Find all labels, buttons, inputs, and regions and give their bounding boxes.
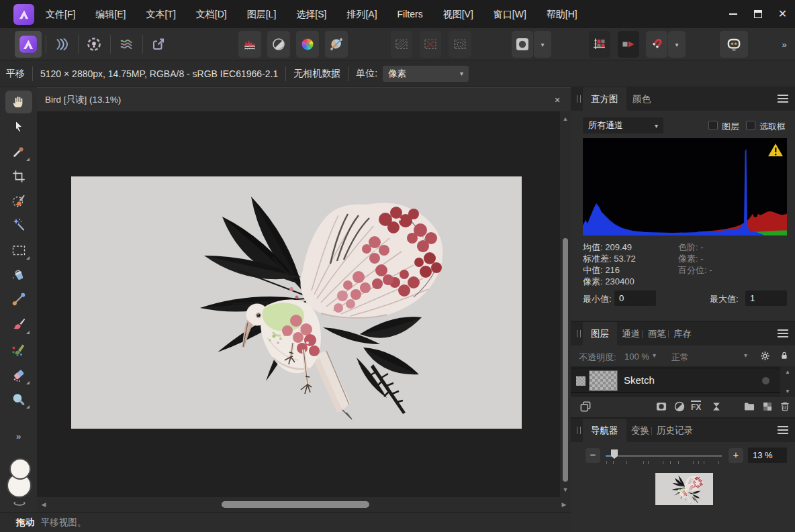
layers-scrollbar[interactable]: ▲ ▼	[780, 366, 795, 397]
panel-drag-handle[interactable]	[577, 95, 581, 103]
max-input[interactable]: 1	[745, 290, 787, 306]
quick-mask-dropdown[interactable]: ▾	[534, 31, 551, 58]
group-layers-icon[interactable]	[743, 400, 756, 413]
canvas-viewport[interactable]	[37, 111, 571, 497]
menu-select[interactable]: 选择[S]	[286, 0, 336, 28]
export-persona-icon[interactable]	[146, 31, 171, 58]
panel-menu-icon[interactable]	[778, 95, 788, 105]
layer-thumbnail[interactable]	[589, 370, 618, 391]
auto-levels-icon[interactable]	[238, 31, 261, 58]
maximize-button[interactable]	[745, 0, 770, 28]
auto-contrast-icon[interactable]	[267, 31, 290, 58]
paint-brush-tool[interactable]	[5, 313, 32, 336]
unit-select[interactable]: 像素 ▾	[383, 66, 469, 82]
chevron-down-icon[interactable]: ▾	[744, 352, 747, 359]
blend-mode-value[interactable]: 正常	[671, 352, 689, 364]
panel-drag-handle[interactable]	[577, 427, 581, 434]
tab-color[interactable]: 颜色	[624, 87, 659, 111]
blend-options-gear-icon[interactable]	[759, 350, 771, 362]
zoom-out-button[interactable]: −	[586, 448, 600, 463]
move-tool[interactable]	[5, 115, 32, 138]
menu-view[interactable]: 视图[V]	[433, 0, 483, 28]
deselect-icon[interactable]	[420, 31, 441, 58]
tab-close-icon[interactable]: ×	[549, 88, 565, 112]
develop-persona-icon[interactable]	[82, 31, 106, 58]
menu-window[interactable]: 窗口[W]	[483, 0, 536, 28]
scroll-down-icon[interactable]: ▼	[782, 388, 793, 394]
color-replacement-brush-tool[interactable]	[5, 338, 32, 361]
vertical-scrollbar[interactable]: ▲ ▼	[560, 111, 571, 497]
mask-layer-icon[interactable]	[655, 400, 668, 413]
channel-select[interactable]: 所有通道 ▾	[583, 117, 663, 134]
scroll-up-icon[interactable]: ▲	[782, 369, 793, 375]
blur-tool[interactable]	[5, 388, 32, 411]
panel-drag-handle[interactable]	[577, 330, 581, 337]
gradient-tool[interactable]	[5, 288, 32, 311]
layer-effects-icon[interactable]	[710, 401, 722, 413]
auto-colors-icon[interactable]	[296, 31, 319, 58]
min-input[interactable]: 0	[614, 290, 656, 306]
layer-visibility-toggle[interactable]	[762, 377, 769, 384]
crop-tool[interactable]	[5, 165, 32, 188]
pan-tool[interactable]	[5, 91, 32, 113]
toggle-grid-icon[interactable]	[589, 31, 610, 58]
live-filter-icon[interactable]: FX	[691, 401, 701, 412]
flood-select-tool[interactable]	[5, 213, 32, 236]
blend-ranges-icon[interactable]	[579, 400, 592, 413]
tab-layers[interactable]: 图层	[583, 322, 617, 345]
move-by-whole-pixels-icon[interactable]	[618, 31, 639, 58]
scroll-up-icon[interactable]: ▲	[560, 115, 571, 122]
menu-layer[interactable]: 图层[L]	[237, 0, 287, 28]
more-tools-icon[interactable]: »	[0, 431, 37, 441]
scroll-left-icon[interactable]: ◀	[38, 501, 49, 508]
menu-arrange[interactable]: 排列[A]	[336, 0, 387, 28]
menu-edit[interactable]: 编辑[E]	[85, 0, 136, 28]
toolbar-overflow-icon[interactable]: »	[778, 31, 791, 58]
select-all-icon[interactable]	[391, 31, 412, 58]
zoom-in-button[interactable]: +	[729, 448, 743, 463]
snapping-icon[interactable]	[646, 31, 667, 58]
snapping-dropdown[interactable]: ▾	[668, 31, 686, 58]
tab-history[interactable]: 历史记录	[649, 419, 701, 442]
marquee-checkbox[interactable]	[746, 121, 755, 130]
navigator-thumbnail[interactable]	[655, 473, 713, 505]
tone-mapping-persona-icon[interactable]	[114, 31, 138, 58]
menu-file[interactable]: 文件[F]	[36, 0, 85, 28]
tab-histogram[interactable]: 直方图	[583, 87, 626, 111]
quick-mask-icon[interactable]	[512, 31, 533, 58]
foreground-color-swatch[interactable]	[9, 458, 31, 480]
flood-fill-tool[interactable]	[5, 263, 32, 286]
minimize-button[interactable]	[720, 0, 745, 28]
vertical-scroll-thumb[interactable]	[563, 238, 568, 482]
horizontal-scroll-thumb[interactable]	[222, 501, 369, 508]
horizontal-scrollbar[interactable]: ◀ ▶	[37, 497, 571, 512]
chevron-down-icon[interactable]: ▾	[653, 352, 656, 359]
app-logo-icon[interactable]	[13, 4, 34, 25]
invert-selection-icon[interactable]	[449, 31, 471, 58]
panel-menu-icon[interactable]	[778, 426, 788, 436]
zoom-value-input[interactable]: 13 %	[748, 447, 787, 463]
new-layer-icon[interactable]	[761, 401, 774, 413]
scroll-right-icon[interactable]: ▶	[559, 501, 569, 508]
selection-brush-tool[interactable]	[5, 189, 32, 212]
delete-layer-icon[interactable]	[779, 401, 791, 413]
liquify-persona-icon[interactable]	[50, 31, 74, 58]
layer-name[interactable]: Sketch	[624, 374, 655, 386]
photo-persona-icon[interactable]	[15, 31, 42, 58]
assistant-icon[interactable]	[720, 31, 748, 58]
document-tab[interactable]: Bird [只读] (13.1%)	[45, 88, 121, 112]
panel-menu-icon[interactable]	[778, 329, 788, 339]
auto-white-balance-icon[interactable]	[325, 31, 348, 58]
menu-filters[interactable]: Filters	[387, 0, 433, 28]
menu-document[interactable]: 文档[D]	[186, 0, 237, 28]
layer-checkbox[interactable]	[708, 121, 718, 130]
marquee-tool[interactable]	[5, 239, 32, 262]
zoom-slider-track[interactable]	[606, 455, 722, 457]
menu-help[interactable]: 帮助[H]	[536, 0, 588, 28]
opacity-value[interactable]: 100 %	[624, 352, 649, 362]
layer-row[interactable]: Sketch	[571, 368, 780, 393]
close-button[interactable]: ✕	[770, 0, 795, 28]
color-picker-tool[interactable]	[5, 140, 32, 163]
zoom-slider-thumb[interactable]	[611, 449, 618, 459]
adjustment-layer-icon[interactable]	[673, 400, 686, 413]
